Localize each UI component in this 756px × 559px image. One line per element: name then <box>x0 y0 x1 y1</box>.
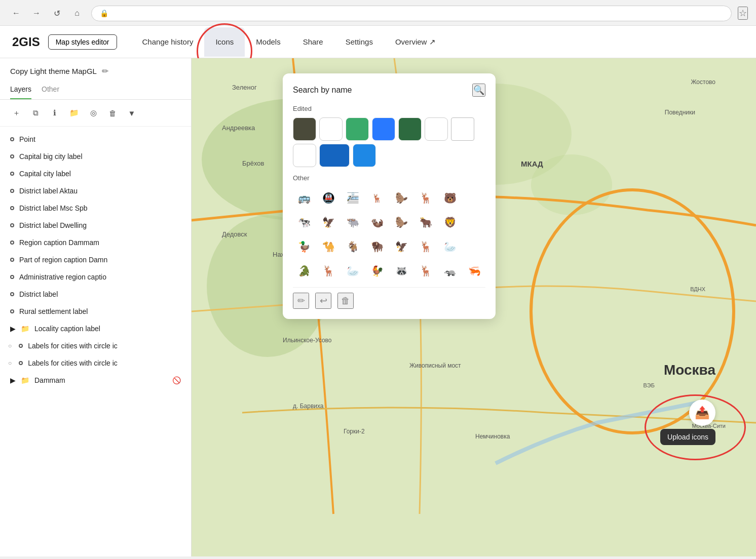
reload-button[interactable]: ↺ <box>49 5 65 21</box>
layer-item-district-dwelling[interactable]: District label Dwelling <box>0 217 191 234</box>
upload-icons-button[interactable]: 📤 <box>689 400 715 426</box>
animal-icon-21[interactable]: 🦅 <box>390 235 412 258</box>
layer-item-capital-big[interactable]: Capital big city label <box>0 148 191 165</box>
icons-scrollable-area[interactable]: 🚌 🚇 🚈 🦌 🦫 🦌 🐻 🐄 🦅 🐃 🦦 🦫 🐂 🦁 <box>293 187 485 282</box>
animal-icon-17[interactable]: 🦆 <box>293 235 315 258</box>
filter-button[interactable]: ▼ <box>124 105 140 121</box>
layer-item-rural[interactable]: Rural settlement label <box>0 303 191 320</box>
layer-label: Part of region caption Damn <box>19 256 107 264</box>
svg-point-5 <box>531 154 612 215</box>
animal-icon-25[interactable]: 🐊 <box>293 260 315 282</box>
address-bar[interactable]: 🔒 styles.2gis.com <box>91 6 732 21</box>
sidebar-tabs: Layers Other <box>0 80 191 100</box>
hidden-icon: 🚫 <box>172 376 181 384</box>
layer-group-locality[interactable]: ▶ 📁 Locality caption label <box>0 320 191 337</box>
add-layer-button[interactable]: ＋ <box>8 105 24 121</box>
icon-cell-green-dark[interactable] <box>398 117 422 141</box>
animal-icon-12[interactable]: 🦦 <box>366 211 388 233</box>
icon-cell-white-sm[interactable] <box>293 144 316 167</box>
icon-cell-blue-sq[interactable] <box>353 144 376 167</box>
animal-icon-11[interactable]: 🐃 <box>342 211 364 233</box>
layer-item-region-caption[interactable]: Region caption Dammam <box>0 234 191 251</box>
back-button[interactable]: ← <box>8 5 24 21</box>
project-name: Copy Light theme MapGL <box>10 67 97 75</box>
edited-section-title: Edited <box>293 105 485 112</box>
layer-item-district[interactable]: District label <box>0 286 191 303</box>
animal-icon-23[interactable]: 🦢 <box>439 235 461 258</box>
delete-icon-button[interactable]: 🗑 <box>337 293 354 309</box>
undo-icon-button[interactable]: ↩ <box>315 293 331 309</box>
circle-indicator: ○ <box>8 360 12 367</box>
layer-dot <box>10 206 14 210</box>
animal-icon-14[interactable]: 🐂 <box>414 211 437 233</box>
animal-icon-13[interactable]: 🦫 <box>390 211 412 233</box>
animal-icon-3[interactable]: 🚈 <box>342 187 364 209</box>
animal-icon-6[interactable]: 🦌 <box>414 187 437 209</box>
animal-icon-31[interactable]: 🦡 <box>439 260 461 282</box>
layer-item-cities-circle-2[interactable]: ○ Labels for cities with circle ic <box>0 354 191 372</box>
layer-item-point[interactable]: Point <box>0 131 191 148</box>
icon-cell-green[interactable] <box>346 117 369 141</box>
animal-icon-1[interactable]: 🚌 <box>293 187 315 209</box>
animal-icon-9[interactable]: 🐄 <box>293 211 315 233</box>
animal-icon-19[interactable]: 🐐 <box>342 235 364 258</box>
layer-item-capital-city[interactable]: Capital city label <box>0 165 191 182</box>
layer-dot <box>10 241 14 245</box>
home-button[interactable]: ⌂ <box>69 5 85 21</box>
edit-icon-button[interactable]: ✏ <box>293 293 309 309</box>
animal-icon-29[interactable]: 🦝 <box>390 260 412 282</box>
info-button[interactable]: ℹ <box>47 105 63 121</box>
animal-icon-2[interactable]: 🚇 <box>317 187 339 209</box>
expand-icon: ▶ <box>10 325 16 333</box>
forward-button[interactable]: → <box>28 5 45 21</box>
animal-icon-27[interactable]: 🦢 <box>342 260 364 282</box>
icon-cell-blue-rect[interactable] <box>319 144 350 167</box>
upload-icon: 📤 <box>695 406 710 420</box>
animal-icon-28[interactable]: 🐓 <box>366 260 388 282</box>
icon-cell-white-sq[interactable] <box>451 117 474 141</box>
icon-cell-white-1[interactable] <box>319 117 343 141</box>
visibility-button[interactable]: ◎ <box>85 105 101 121</box>
duplicate-button[interactable]: ⧉ <box>27 105 44 121</box>
layer-item-district-aktau[interactable]: District label Aktau <box>0 182 191 199</box>
folder-icon: 📁 <box>21 325 29 333</box>
layer-item-cities-circle-1[interactable]: ○ Labels for cities with circle ic <box>0 337 191 354</box>
layer-item-part-region[interactable]: Part of region caption Damn <box>0 251 191 268</box>
tab-settings[interactable]: Settings <box>334 27 384 57</box>
animal-icon-7[interactable]: 🐻 <box>439 187 461 209</box>
icon-cell-dark-gray[interactable] <box>293 117 316 141</box>
layer-item-admin-region[interactable]: Administrative region captio <box>0 268 191 286</box>
upload-section: 📤 Upload icons <box>660 400 715 445</box>
sidebar-tab-other[interactable]: Other <box>42 80 59 99</box>
icon-cell-blue-bright[interactable] <box>372 117 395 141</box>
bookmark-button[interactable]: ☆ <box>738 7 748 20</box>
map-styles-editor-button[interactable]: Map styles editor <box>48 34 117 50</box>
animal-icon-32[interactable]: 🦐 <box>463 260 485 282</box>
map-area[interactable]: Зеленог Андреевка Брёхов Козино Дедовск … <box>192 58 756 556</box>
animal-icon-4[interactable]: 🦌 <box>366 187 388 209</box>
folder-button[interactable]: 📁 <box>66 105 82 121</box>
animal-icon-20[interactable]: 🦬 <box>366 235 388 258</box>
delete-button[interactable]: 🗑 <box>104 105 121 121</box>
url-input[interactable]: styles.2gis.com <box>114 9 723 18</box>
layer-item-district-msc[interactable]: District label Msc Spb <box>0 199 191 217</box>
animal-icon-10[interactable]: 🦅 <box>317 211 339 233</box>
tab-share[interactable]: Share <box>292 27 334 57</box>
search-icon-button[interactable]: 🔍 <box>472 84 485 97</box>
animal-icon-18[interactable]: 🐪 <box>317 235 339 258</box>
edit-title-icon[interactable]: ✏ <box>102 66 108 76</box>
tab-icons[interactable]: Icons <box>204 27 245 57</box>
nav-buttons: ← → ↺ ⌂ <box>8 5 85 21</box>
animal-icon-5[interactable]: 🦫 <box>390 187 412 209</box>
tab-overview[interactable]: Overview ↗ <box>384 27 447 57</box>
animal-icon-30[interactable]: 🦌 <box>414 260 437 282</box>
layer-dot <box>10 292 14 296</box>
animal-icon-26[interactable]: 🦌 <box>317 260 339 282</box>
layer-group-dammam[interactable]: ▶ 📁 Dammam 🚫 <box>0 372 191 389</box>
sidebar-tab-layers[interactable]: Layers <box>10 80 31 99</box>
tab-change-history[interactable]: Change history <box>131 27 205 57</box>
tab-models[interactable]: Models <box>245 27 291 57</box>
animal-icon-15[interactable]: 🦁 <box>439 211 461 233</box>
icon-cell-white-2[interactable] <box>425 117 448 141</box>
animal-icon-22[interactable]: 🦌 <box>414 235 437 258</box>
